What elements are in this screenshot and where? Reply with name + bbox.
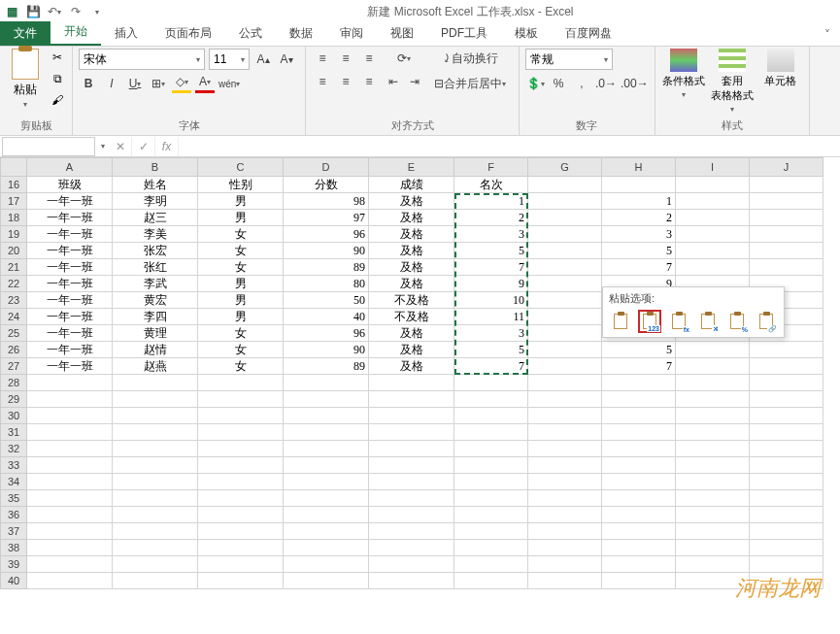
cell[interactable] [676,556,750,573]
decrease-indent-icon[interactable]: ⇤ [384,72,403,91]
save-icon[interactable]: 💾 [25,4,41,19]
cell[interactable] [113,490,198,507]
cell[interactable]: 5 [602,243,676,259]
cell[interactable]: 3 [454,325,528,342]
cell[interactable] [27,391,113,408]
cell[interactable] [454,441,528,457]
cell[interactable] [528,408,602,424]
cancel-formula-icon[interactable]: ✕ [109,137,132,156]
cell[interactable]: 性别 [198,177,284,193]
merge-center-button[interactable]: ⊟合并后居中▾ [434,74,506,93]
cell[interactable] [528,193,602,210]
row-header[interactable]: 26 [0,342,27,358]
cell[interactable] [284,573,369,589]
tab-home[interactable]: 开始 [50,19,101,46]
cell[interactable] [750,490,823,507]
name-box[interactable] [2,137,95,156]
cell[interactable] [528,276,602,292]
cell[interactable]: 男 [198,292,284,309]
cell[interactable] [284,540,369,556]
row-header[interactable]: 16 [0,177,27,193]
cell[interactable] [113,556,198,573]
cell[interactable]: 女 [198,325,284,342]
row-header[interactable]: 22 [0,276,27,292]
row-header[interactable]: 35 [0,490,27,507]
cell[interactable] [27,507,113,523]
paste-button[interactable]: 粘贴 ▾ [6,49,45,109]
cell[interactable]: 5 [602,342,676,358]
cell[interactable]: 5 [454,342,528,358]
increase-decimal-icon[interactable]: .0→ [595,74,617,93]
cell[interactable] [284,523,369,540]
cell[interactable] [676,441,750,457]
cell[interactable] [750,243,823,259]
number-format-select[interactable]: 常规▾ [525,49,613,70]
cell[interactable] [369,507,454,523]
paste-link-button[interactable]: 🔗 [755,310,778,333]
cell[interactable] [528,540,602,556]
cell[interactable] [750,391,823,408]
row-header[interactable]: 27 [0,358,27,375]
accounting-format-icon[interactable]: 💲▾ [525,74,545,93]
cell[interactable] [528,507,602,523]
column-header[interactable]: D [284,157,369,177]
cell[interactable] [113,441,198,457]
phonetic-button[interactable]: wén▾ [218,74,240,93]
cell[interactable] [454,523,528,540]
cell[interactable] [602,457,676,474]
cell[interactable] [676,375,750,391]
format-table-button[interactable]: 套用 表格格式▾ [710,49,755,114]
cell[interactable] [528,243,602,259]
cell[interactable] [676,391,750,408]
increase-font-icon[interactable]: A▴ [253,50,273,69]
cell[interactable]: 一年一班 [27,259,113,276]
cell[interactable] [369,408,454,424]
row-header[interactable]: 23 [0,292,27,309]
tab-review[interactable]: 审阅 [326,21,377,46]
cell[interactable] [198,507,284,523]
cell[interactable] [27,490,113,507]
cell[interactable]: 及格 [369,193,454,210]
row-header[interactable]: 25 [0,325,27,342]
cell[interactable] [198,490,284,507]
cell[interactable] [198,408,284,424]
cell[interactable] [198,540,284,556]
cell[interactable] [602,474,676,490]
cell[interactable]: 及格 [369,325,454,342]
cell[interactable] [528,375,602,391]
cell[interactable] [27,441,113,457]
cell[interactable] [528,474,602,490]
cell[interactable] [27,573,113,589]
cell[interactable] [528,523,602,540]
column-header[interactable]: I [676,157,750,177]
cell[interactable] [528,292,602,309]
row-header[interactable]: 38 [0,540,27,556]
cell[interactable] [528,556,602,573]
row-header[interactable]: 36 [0,507,27,523]
cell[interactable]: 3 [602,226,676,243]
formula-input[interactable] [179,137,840,156]
row-header[interactable]: 17 [0,193,27,210]
border-button[interactable]: ⊞▾ [149,74,168,93]
cell[interactable]: 及格 [369,276,454,292]
cut-icon[interactable]: ✂ [49,49,66,66]
cell[interactable] [27,540,113,556]
cell[interactable] [27,556,113,573]
cell[interactable]: 40 [284,309,369,325]
cell-styles-button[interactable]: 单元格 [758,49,803,88]
qat-more-icon[interactable]: ▾ [89,4,105,19]
cell[interactable] [528,358,602,375]
cell[interactable] [113,507,198,523]
cell[interactable]: 2 [454,210,528,226]
tab-view[interactable]: 视图 [377,21,427,46]
cell[interactable] [454,573,528,589]
cell[interactable]: 一年一班 [27,292,113,309]
cell[interactable] [284,408,369,424]
tab-formulas[interactable]: 公式 [225,21,276,46]
cell[interactable]: 及格 [369,226,454,243]
cell[interactable] [676,177,750,193]
cell[interactable] [113,375,198,391]
cell[interactable]: 一年一班 [27,309,113,325]
row-header[interactable]: 30 [0,408,27,424]
cell[interactable] [676,507,750,523]
